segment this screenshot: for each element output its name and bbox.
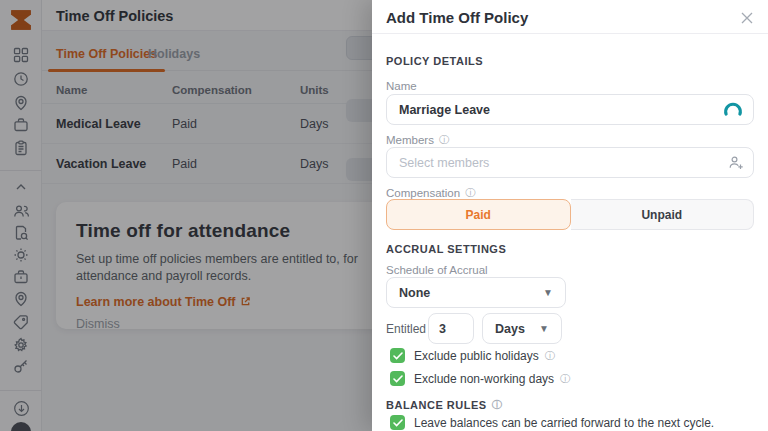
checkbox-checked[interactable] (390, 348, 405, 363)
label-text: Schedule of Accrual (386, 264, 488, 276)
modal-scrim[interactable] (0, 0, 372, 431)
check-icon (393, 419, 403, 427)
exclude-non-working-days-row: Exclude non-working days ⓘ (390, 371, 570, 386)
entitled-unit-select[interactable]: Days ▼ (482, 313, 562, 344)
app-screen: Time Off Policies Time Off Policies Holi… (0, 0, 768, 431)
add-member-icon[interactable] (728, 155, 744, 170)
section-label: BALANCE RULES (386, 399, 487, 411)
schedule-select[interactable]: None ▼ (386, 277, 566, 308)
compensation-option-unpaid[interactable]: Unpaid (571, 199, 755, 230)
members-input[interactable] (386, 147, 754, 178)
chevron-down-icon: ▼ (539, 323, 549, 334)
info-icon[interactable]: ⓘ (560, 374, 570, 384)
section-label: POLICY DETAILS (386, 55, 483, 67)
divider (372, 33, 768, 34)
info-icon[interactable]: ⓘ (439, 135, 449, 145)
compensation-label: Compensation ⓘ (386, 187, 475, 199)
label-text: Exclude non-working days (414, 372, 554, 386)
checkbox-label: Exclude public holidays ⓘ (414, 349, 555, 363)
schedule-label: Schedule of Accrual (386, 264, 488, 276)
label-text: Compensation (386, 187, 460, 199)
checkbox-label: Exclude non-working days ⓘ (414, 372, 570, 386)
compensation-toggle: Paid Unpaid (386, 199, 754, 230)
drawer-title: Add Time Off Policy (386, 9, 528, 26)
section-balance-rules: BALANCE RULES ⓘ (386, 399, 502, 411)
section-accrual-settings: ACCRUAL SETTINGS (386, 243, 506, 255)
label-text: Members (386, 134, 434, 146)
close-icon (740, 11, 754, 25)
carry-forward-row: Leave balances can be carried forward to… (390, 415, 714, 430)
section-policy-details: POLICY DETAILS (386, 55, 483, 67)
loading-spinner-icon (722, 101, 744, 118)
checkbox-checked[interactable] (390, 415, 405, 430)
checkbox-checked[interactable] (390, 371, 405, 386)
info-icon[interactable]: ⓘ (465, 188, 475, 198)
members-label: Members ⓘ (386, 134, 449, 146)
check-icon (393, 375, 403, 383)
exclude-public-holidays-row: Exclude public holidays ⓘ (390, 348, 555, 363)
add-policy-drawer: Add Time Off Policy POLICY DETAILS Name … (372, 0, 768, 431)
section-label: ACCRUAL SETTINGS (386, 243, 506, 255)
info-icon[interactable]: ⓘ (545, 351, 555, 361)
entitled-unit-value: Days (495, 322, 525, 336)
name-label: Name (386, 80, 417, 92)
name-input[interactable] (386, 94, 754, 125)
check-icon (393, 352, 403, 360)
label-text: Leave balances can be carried forward to… (414, 416, 714, 430)
chevron-down-icon: ▼ (543, 287, 553, 298)
label-text: Exclude public holidays (414, 349, 539, 363)
entitled-days-input[interactable] (428, 313, 474, 344)
label-text: Name (386, 80, 417, 92)
schedule-value: None (399, 286, 430, 300)
info-icon[interactable]: ⓘ (492, 400, 503, 410)
entitled-label: Entitled (386, 322, 426, 336)
close-button[interactable] (737, 8, 757, 28)
checkbox-label: Leave balances can be carried forward to… (414, 416, 714, 430)
compensation-option-paid[interactable]: Paid (386, 199, 571, 230)
